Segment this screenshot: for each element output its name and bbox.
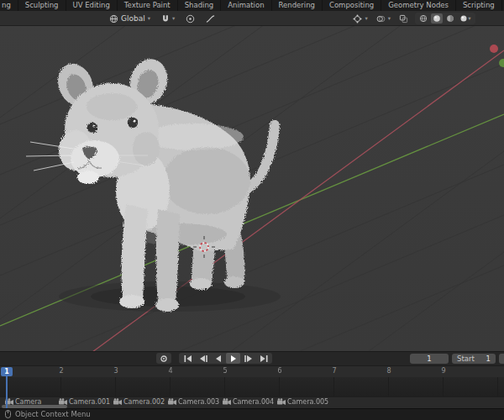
shading-mode-group: ▾ [415,13,475,24]
cub-eye-right [128,118,138,128]
snap-magnet-icon [161,14,170,24]
end-frame-field[interactable]: End [499,354,504,364]
chevron-down-icon: ▾ [172,16,175,22]
viewport-canvas [0,26,504,351]
viewport-header-right: ▾ ▾ [351,13,475,24]
shading-rendered-button[interactable]: ▾ [458,13,473,24]
current-frame-field[interactable]: 1 [410,354,449,364]
tab-texture-paint[interactable]: Texture Paint [118,0,178,11]
proportional-editing-icon [186,14,195,24]
play-reverse-button[interactable] [211,353,225,364]
auto-keying-button[interactable] [156,353,171,364]
playhead-line[interactable] [6,375,8,408]
chevron-down-icon: ▾ [468,16,470,22]
marker-label: Camera.004 [233,398,274,406]
camera-icon [113,398,122,406]
ruler-frame-number: 9 [441,365,445,377]
jump-to-end-icon [259,354,269,363]
play-icon [228,354,239,363]
status-bar: Object Context Menu [0,408,504,420]
tab-sculpting[interactable]: Sculpting [18,0,66,11]
marker-camera-003[interactable]: Camera.003 [168,398,219,406]
playback-button-group [179,353,272,364]
tab-compositing[interactable]: Compositing [323,0,381,11]
marker-label: Camera.002 [123,398,165,406]
camera-icon [223,398,231,406]
shading-solid-button[interactable] [431,13,443,24]
next-keyframe-icon [244,354,254,363]
marker-label: Camera.005 [287,398,328,406]
timeline-tracks-area[interactable] [0,377,504,396]
gizmo-icon [353,14,362,24]
frame-range-fields: 1 Start 1 End [410,354,504,364]
tab-modeling[interactable]: ng [0,0,18,11]
jump-to-start-button[interactable] [181,353,195,364]
tab-shading[interactable]: Shading [178,0,222,11]
previous-keyframe-icon [198,354,208,363]
mouse-icon [5,410,11,418]
tab-rendering[interactable]: Rendering [272,0,323,11]
current-frame-indicator[interactable]: 1 [1,367,13,376]
playback-controls [0,353,466,364]
viewport-header: Global ▾ ▾ [0,11,504,26]
next-keyframe-button[interactable] [241,353,255,364]
tab-scripting[interactable]: Scripting [456,0,502,11]
timeline-playback-bar: 1 Start 1 End [0,351,504,365]
3d-viewport[interactable] [0,26,504,351]
marker-label: Camera.001 [69,398,110,406]
ruler-frame-number: 5 [223,365,227,377]
camera-icon [277,398,286,406]
gizmo-x-axis-dot [490,45,498,53]
orientation-globe-icon [109,14,118,24]
ruler-frame-number: 6 [277,365,281,377]
marker-camera-004[interactable]: Camera.004 [223,398,274,406]
jump-to-start-icon [183,354,193,363]
play-reverse-icon [213,354,223,363]
falloff-curve-icon [206,14,215,24]
marker-camera-001[interactable]: Camera.001 [59,398,110,406]
timeline-ruler[interactable]: 2 3 4 5 6 7 8 9 1 [0,365,504,377]
blender-window: ng Sculpting UV Editing Texture Paint Sh… [0,0,504,420]
camera-icon [168,398,176,406]
ruler-frame-number: 3 [113,365,118,377]
show-gizmo-dropdown[interactable]: ▾ [351,13,369,24]
chevron-down-icon: ▾ [148,16,150,22]
snapping-dropdown[interactable]: ▾ [160,13,176,24]
cub-eye-left [87,123,97,133]
show-overlays-dropdown[interactable]: ▾ [375,13,392,24]
lion-cub-model [52,55,275,312]
ruler-frame-number: 7 [332,365,336,377]
toggle-xray-button[interactable] [397,13,410,24]
transform-orientation-dropdown[interactable]: Global ▾ [108,13,152,24]
overlays-icon [376,14,386,24]
ruler-frame-number: 4 [168,365,172,377]
shading-material-button[interactable] [444,13,456,24]
status-hint-text: Object Context Menu [15,410,91,418]
tab-uv-editing[interactable]: UV Editing [66,0,118,11]
start-label: Start [457,354,475,363]
ruler-frame-number: 8 [386,365,391,377]
tab-geometry-nodes[interactable]: Geometry Nodes [381,0,456,11]
chevron-down-icon: ▾ [365,16,367,22]
ruler-frame-number: 2 [59,365,63,377]
marker-camera-002[interactable]: Camera.002 [113,398,165,406]
orientation-label: Global [121,14,145,23]
tab-animation[interactable]: Animation [221,0,271,11]
xray-icon [399,14,408,24]
record-icon [159,354,169,363]
chevron-down-icon: ▾ [388,16,391,22]
start-value: 1 [486,354,491,363]
topbar: ng Sculpting UV Editing Texture Paint Sh… [0,0,504,11]
play-button[interactable] [226,353,240,364]
start-frame-field[interactable]: Start 1 [452,354,496,364]
previous-keyframe-button[interactable] [196,353,210,364]
cub-muzzle [71,140,119,177]
timeline-markers-row: Camera Camera.001 Camera.002 Camera.003 … [0,396,504,408]
viewport-header-left: Global ▾ ▾ [108,13,217,24]
shading-wireframe-button[interactable] [417,13,429,24]
proportional-editing-button[interactable] [184,13,197,24]
proportional-falloff-button[interactable] [204,13,217,24]
jump-to-end-button[interactable] [256,353,270,364]
marker-label: Camera.003 [178,398,219,406]
marker-camera-005[interactable]: Camera.005 [277,398,328,406]
